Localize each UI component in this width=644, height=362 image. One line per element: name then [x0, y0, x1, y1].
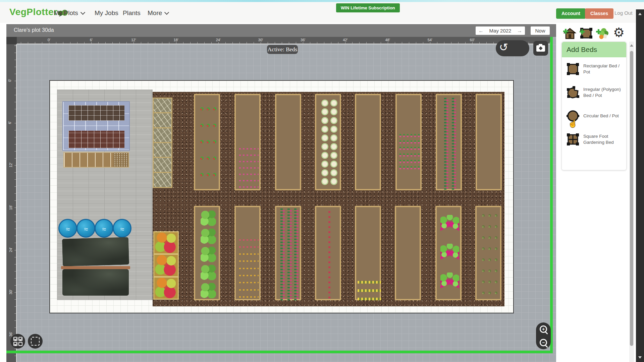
garden-bed[interactable] [275, 94, 301, 190]
panel-item-polygon-bed[interactable]: Irregular (Polygon) Bed / Pot [562, 81, 626, 104]
planting-pattern [488, 269, 491, 272]
blue-pot[interactable]: ≈ [95, 219, 113, 238]
blue-pot[interactable]: ≈ [76, 219, 95, 238]
planting-pattern [495, 258, 497, 261]
account-button[interactable]: Account [556, 8, 586, 19]
planting-pattern [482, 292, 485, 294]
scroll-up-arrow-icon[interactable] [638, 13, 642, 15]
garden-bed[interactable] [476, 94, 502, 190]
zoom-controls: + − [536, 322, 551, 349]
garden-bed[interactable] [194, 94, 220, 190]
planting-pattern [239, 275, 259, 276]
planting-pattern [239, 180, 259, 181]
panel-item-label: Circular Bed / Pot [583, 113, 619, 119]
garden-bed[interactable] [234, 94, 261, 190]
planting-pattern [331, 135, 336, 140]
planting-pattern [495, 214, 497, 217]
garden-bed[interactable] [355, 206, 381, 300]
scrollbar-thumb[interactable] [630, 51, 633, 346]
garden-bed[interactable] [315, 94, 341, 190]
next-month-arrow-icon[interactable]: → [517, 28, 522, 34]
planting-pattern [322, 127, 327, 132]
ruler-label: 30' [9, 290, 13, 294]
planting-pattern [213, 124, 216, 127]
planting-pattern [482, 281, 485, 283]
planting-pattern [399, 155, 420, 157]
date-navigator: ← May 2022 → [476, 26, 525, 35]
planting-pattern [200, 173, 204, 176]
planting-pattern [399, 166, 420, 168]
add-structure-icon[interactable] [563, 27, 576, 40]
garden-bed[interactable] [315, 206, 341, 300]
greenhouse[interactable] [62, 101, 130, 151]
garden-bed[interactable] [194, 206, 220, 300]
planting-pattern [200, 157, 204, 160]
plot-canvas[interactable]: 0'6'12'18'24'30'36'42'48'54'60' 0'6'12'1… [6, 37, 556, 362]
blue-pot[interactable]: ≈ [58, 219, 77, 238]
chard-squares[interactable] [153, 231, 177, 299]
ruler-corner [6, 37, 17, 44]
staging-table[interactable] [63, 152, 129, 168]
leafy-plant [201, 210, 216, 226]
blue-pot[interactable]: ≈ [113, 219, 131, 238]
add-plants-icon[interactable] [596, 27, 609, 40]
garden-plot[interactable]: ≈≈≈≈ [49, 80, 514, 313]
nav-plants[interactable]: Plants [123, 9, 141, 17]
planting-pattern [444, 97, 448, 190]
active-layer-badge: Active: Beds [267, 45, 298, 54]
square-pot-column[interactable] [153, 98, 170, 187]
chevron-down-icon [80, 10, 85, 15]
garden-bed[interactable] [275, 206, 301, 300]
zoom-in-button[interactable]: + [536, 322, 551, 336]
garden-bed[interactable] [436, 94, 462, 190]
nav-more[interactable]: More [148, 9, 168, 17]
page-scrollbar[interactable] [636, 9, 644, 362]
ruler-label: 30' [258, 38, 263, 42]
planting-pattern [399, 134, 420, 135]
scroll-up-arrow-icon[interactable] [630, 44, 633, 47]
nav-my-plots[interactable]: My Plots [54, 9, 85, 17]
screenshot-button[interactable] [533, 41, 548, 56]
garden-bed[interactable] [475, 206, 501, 300]
win-subscription-button[interactable]: WIN Lifetime Subscription [336, 3, 400, 12]
nav-my-jobs[interactable]: My Jobs [95, 9, 118, 17]
planting-pattern [239, 296, 259, 298]
now-button[interactable]: Now [531, 26, 550, 35]
multi-select-button[interactable] [10, 334, 25, 349]
planting-pattern [200, 124, 204, 127]
garden-bed[interactable] [395, 94, 422, 190]
garden-bed[interactable] [234, 206, 261, 300]
compost-bins[interactable] [62, 238, 129, 296]
planting-pattern [331, 162, 336, 167]
classes-button[interactable]: Classes [585, 8, 613, 19]
planting-pattern [399, 140, 420, 142]
leafy-plant [201, 283, 216, 298]
zoom-out-icon: − [540, 339, 547, 346]
garden-bed[interactable] [355, 94, 381, 190]
panel-item-rectangular-bed[interactable]: Rectangular Bed / Pot [562, 57, 626, 81]
planting-pattern [399, 154, 420, 155]
ruler-ticks [17, 42, 550, 44]
undo-button[interactable]: ↺ [496, 40, 529, 56]
planting-pattern [239, 239, 259, 241]
logout-link[interactable]: Log Out [614, 10, 632, 16]
marquee-select-button[interactable] [28, 334, 43, 349]
planting-pattern [239, 253, 259, 255]
zoom-out-button[interactable]: − [536, 336, 551, 349]
sidebar-scrollbar[interactable] [629, 42, 634, 362]
prev-month-arrow-icon[interactable]: ← [478, 28, 484, 34]
scroll-down-arrow-icon[interactable] [638, 356, 642, 359]
planting-pattern [322, 144, 327, 149]
add-bed-icon[interactable] [579, 27, 593, 40]
planting-pattern [239, 268, 259, 269]
garden-bed[interactable] [435, 206, 462, 300]
planting-pattern [488, 247, 491, 250]
gear-glyph: ⚙ [613, 25, 625, 40]
garden-bed[interactable] [395, 206, 421, 300]
panel-item-sqft-bed[interactable]: Square Foot Gardening Bed [562, 128, 626, 151]
settings-gear-icon[interactable]: ⚙ [613, 26, 627, 39]
ruler-label: 18' [173, 38, 178, 42]
planting-pattern [399, 168, 420, 169]
planting-pattern [213, 173, 216, 176]
planting-pattern [322, 179, 327, 184]
